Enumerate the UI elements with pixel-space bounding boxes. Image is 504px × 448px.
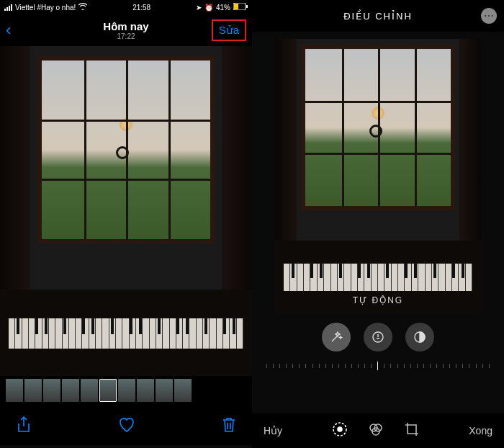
edit-button[interactable]: Sửa <box>212 19 246 41</box>
thumbnail[interactable] <box>43 379 60 402</box>
crop-mode-icon[interactable] <box>404 421 420 440</box>
thumbnail-selected[interactable] <box>99 379 117 402</box>
photo-view[interactable] <box>0 46 252 376</box>
thumbnail[interactable] <box>81 379 98 402</box>
adjust-presets <box>252 323 504 351</box>
signal-icon <box>4 4 12 11</box>
more-button[interactable]: ⋯ <box>481 8 497 24</box>
edit-title: ĐIỀU CHỈNH <box>343 11 413 22</box>
thumbnail[interactable] <box>6 379 23 402</box>
thumbnail[interactable] <box>118 379 135 402</box>
svg-point-6 <box>338 427 342 431</box>
favorite-icon[interactable] <box>117 416 136 434</box>
status-bar: Viettel #Hay o nha! 21:58 ➤ ⏰ 41% <box>0 0 252 14</box>
nav-title: Hôm nay <box>103 20 148 32</box>
exposure-button[interactable] <box>364 323 392 351</box>
thumbnail[interactable] <box>24 379 42 402</box>
battery-icon <box>233 3 248 12</box>
thumbnail[interactable] <box>62 379 79 402</box>
location-icon: ➤ <box>196 4 202 12</box>
auto-label: TỰ ĐỘNG <box>353 295 403 305</box>
share-icon[interactable] <box>16 416 32 434</box>
brilliance-button[interactable] <box>405 323 434 351</box>
done-button[interactable]: Xong <box>469 425 492 436</box>
photo-edit-screen: ĐIỀU CHỈNH ⋯ TỰ ĐỘNG <box>252 0 504 448</box>
svg-rect-2 <box>246 5 248 8</box>
cancel-button[interactable]: Hủy <box>264 425 282 436</box>
thumbnail-strip[interactable] <box>0 376 252 405</box>
adjustment-slider[interactable] <box>266 359 490 373</box>
bottom-toolbar <box>0 405 252 445</box>
trash-icon[interactable] <box>222 416 236 434</box>
auto-enhance-button[interactable] <box>322 323 351 351</box>
alarm-icon: ⏰ <box>204 4 213 12</box>
wifi-icon <box>78 3 87 12</box>
edit-nav-bar: ĐIỀU CHỈNH ⋯ <box>252 0 504 32</box>
svg-rect-1 <box>234 4 238 9</box>
filters-mode-icon[interactable] <box>368 421 384 440</box>
photo-viewer-screen: Viettel #Hay o nha! 21:58 ➤ ⏰ 41% ‹ Hôm … <box>0 0 252 448</box>
nav-subtitle: 17:22 <box>103 32 148 40</box>
thumbnail[interactable] <box>156 379 173 402</box>
thumbnail[interactable] <box>137 379 154 402</box>
thumbnail[interactable] <box>174 379 192 402</box>
carrier-label: Viettel #Hay o nha! <box>15 4 76 12</box>
battery-label: 41% <box>216 4 230 12</box>
edit-bottom-bar: Hủy Xong <box>252 413 504 448</box>
nav-bar: ‹ Hôm nay 17:22 Sửa <box>0 14 252 46</box>
adjust-mode-icon[interactable] <box>332 421 348 440</box>
back-button[interactable]: ‹ <box>6 21 11 40</box>
edit-photo-view[interactable]: TỰ ĐỘNG <box>275 39 481 313</box>
status-time: 21:58 <box>132 4 150 12</box>
